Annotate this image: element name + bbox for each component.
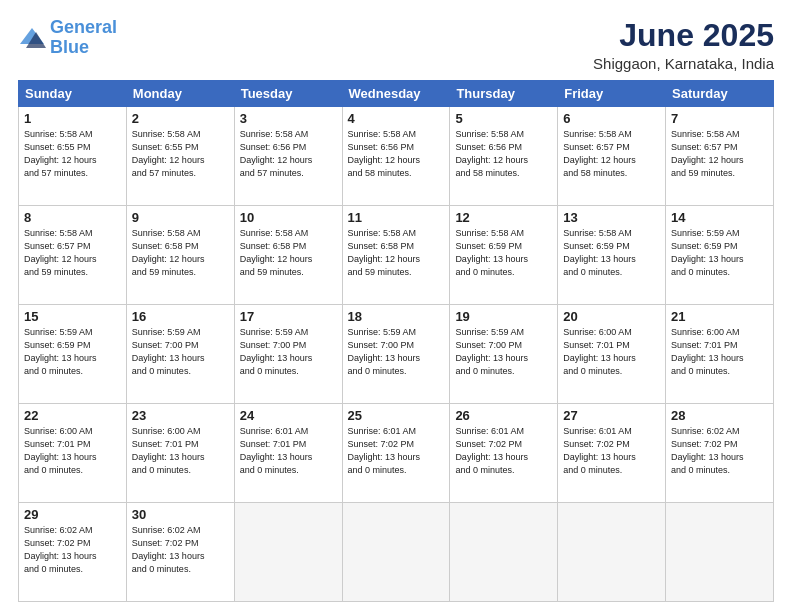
week-row-3: 15Sunrise: 5:59 AM Sunset: 6:59 PM Dayli… [19, 305, 774, 404]
week-row-5: 29Sunrise: 6:02 AM Sunset: 7:02 PM Dayli… [19, 503, 774, 602]
day-number: 5 [455, 111, 552, 126]
logo-general: General [50, 17, 117, 37]
day-number: 30 [132, 507, 229, 522]
table-row: 22Sunrise: 6:00 AM Sunset: 7:01 PM Dayli… [19, 404, 127, 503]
day-info: Sunrise: 5:58 AM Sunset: 6:58 PM Dayligh… [240, 227, 337, 279]
day-info: Sunrise: 5:58 AM Sunset: 6:57 PM Dayligh… [671, 128, 768, 180]
day-number: 23 [132, 408, 229, 423]
day-info: Sunrise: 6:01 AM Sunset: 7:02 PM Dayligh… [455, 425, 552, 477]
day-info: Sunrise: 6:01 AM Sunset: 7:02 PM Dayligh… [563, 425, 660, 477]
logo-blue: Blue [50, 38, 117, 58]
table-row: 5Sunrise: 5:58 AM Sunset: 6:56 PM Daylig… [450, 107, 558, 206]
day-number: 8 [24, 210, 121, 225]
day-number: 29 [24, 507, 121, 522]
day-info: Sunrise: 5:58 AM Sunset: 6:58 PM Dayligh… [348, 227, 445, 279]
day-number: 17 [240, 309, 337, 324]
logo-icon [18, 24, 46, 52]
day-number: 7 [671, 111, 768, 126]
table-row: 17Sunrise: 5:59 AM Sunset: 7:00 PM Dayli… [234, 305, 342, 404]
table-row: 11Sunrise: 5:58 AM Sunset: 6:58 PM Dayli… [342, 206, 450, 305]
day-info: Sunrise: 5:58 AM Sunset: 6:56 PM Dayligh… [455, 128, 552, 180]
day-number: 22 [24, 408, 121, 423]
table-row: 1Sunrise: 5:58 AM Sunset: 6:55 PM Daylig… [19, 107, 127, 206]
day-number: 24 [240, 408, 337, 423]
day-info: Sunrise: 5:59 AM Sunset: 6:59 PM Dayligh… [671, 227, 768, 279]
table-row: 29Sunrise: 6:02 AM Sunset: 7:02 PM Dayli… [19, 503, 127, 602]
day-info: Sunrise: 5:59 AM Sunset: 7:00 PM Dayligh… [132, 326, 229, 378]
day-info: Sunrise: 5:58 AM Sunset: 6:55 PM Dayligh… [24, 128, 121, 180]
day-info: Sunrise: 5:59 AM Sunset: 7:00 PM Dayligh… [348, 326, 445, 378]
day-number: 16 [132, 309, 229, 324]
day-number: 25 [348, 408, 445, 423]
table-row [234, 503, 342, 602]
table-row: 9Sunrise: 5:58 AM Sunset: 6:58 PM Daylig… [126, 206, 234, 305]
day-info: Sunrise: 6:01 AM Sunset: 7:02 PM Dayligh… [348, 425, 445, 477]
table-row: 26Sunrise: 6:01 AM Sunset: 7:02 PM Dayli… [450, 404, 558, 503]
day-info: Sunrise: 5:58 AM Sunset: 6:56 PM Dayligh… [348, 128, 445, 180]
day-number: 13 [563, 210, 660, 225]
day-info: Sunrise: 5:58 AM Sunset: 6:58 PM Dayligh… [132, 227, 229, 279]
day-number: 26 [455, 408, 552, 423]
day-info: Sunrise: 5:58 AM Sunset: 6:57 PM Dayligh… [24, 227, 121, 279]
table-row: 19Sunrise: 5:59 AM Sunset: 7:00 PM Dayli… [450, 305, 558, 404]
day-info: Sunrise: 6:00 AM Sunset: 7:01 PM Dayligh… [563, 326, 660, 378]
table-row: 10Sunrise: 5:58 AM Sunset: 6:58 PM Dayli… [234, 206, 342, 305]
col-sunday: Sunday [19, 81, 127, 107]
table-row: 4Sunrise: 5:58 AM Sunset: 6:56 PM Daylig… [342, 107, 450, 206]
table-row: 7Sunrise: 5:58 AM Sunset: 6:57 PM Daylig… [666, 107, 774, 206]
table-row [558, 503, 666, 602]
day-number: 14 [671, 210, 768, 225]
day-info: Sunrise: 5:58 AM Sunset: 6:56 PM Dayligh… [240, 128, 337, 180]
day-number: 20 [563, 309, 660, 324]
day-number: 10 [240, 210, 337, 225]
table-row [342, 503, 450, 602]
calendar: Sunday Monday Tuesday Wednesday Thursday… [18, 80, 774, 602]
day-number: 3 [240, 111, 337, 126]
col-wednesday: Wednesday [342, 81, 450, 107]
table-row: 3Sunrise: 5:58 AM Sunset: 6:56 PM Daylig… [234, 107, 342, 206]
table-row: 6Sunrise: 5:58 AM Sunset: 6:57 PM Daylig… [558, 107, 666, 206]
table-row: 23Sunrise: 6:00 AM Sunset: 7:01 PM Dayli… [126, 404, 234, 503]
table-row: 8Sunrise: 5:58 AM Sunset: 6:57 PM Daylig… [19, 206, 127, 305]
day-number: 18 [348, 309, 445, 324]
day-info: Sunrise: 6:02 AM Sunset: 7:02 PM Dayligh… [671, 425, 768, 477]
week-row-1: 1Sunrise: 5:58 AM Sunset: 6:55 PM Daylig… [19, 107, 774, 206]
day-info: Sunrise: 5:58 AM Sunset: 6:59 PM Dayligh… [455, 227, 552, 279]
day-number: 2 [132, 111, 229, 126]
page: GeneralBlue June 2025 Shiggaon, Karnatak… [0, 0, 792, 612]
week-row-4: 22Sunrise: 6:00 AM Sunset: 7:01 PM Dayli… [19, 404, 774, 503]
day-number: 19 [455, 309, 552, 324]
title-block: June 2025 Shiggaon, Karnataka, India [593, 18, 774, 72]
day-info: Sunrise: 5:58 AM Sunset: 6:59 PM Dayligh… [563, 227, 660, 279]
table-row: 14Sunrise: 5:59 AM Sunset: 6:59 PM Dayli… [666, 206, 774, 305]
day-number: 11 [348, 210, 445, 225]
month-title: June 2025 [593, 18, 774, 53]
day-number: 1 [24, 111, 121, 126]
table-row: 2Sunrise: 5:58 AM Sunset: 6:55 PM Daylig… [126, 107, 234, 206]
day-info: Sunrise: 6:00 AM Sunset: 7:01 PM Dayligh… [132, 425, 229, 477]
table-row: 20Sunrise: 6:00 AM Sunset: 7:01 PM Dayli… [558, 305, 666, 404]
table-row: 27Sunrise: 6:01 AM Sunset: 7:02 PM Dayli… [558, 404, 666, 503]
day-info: Sunrise: 6:02 AM Sunset: 7:02 PM Dayligh… [24, 524, 121, 576]
day-info: Sunrise: 5:59 AM Sunset: 7:00 PM Dayligh… [455, 326, 552, 378]
day-number: 28 [671, 408, 768, 423]
day-info: Sunrise: 5:59 AM Sunset: 6:59 PM Dayligh… [24, 326, 121, 378]
header-row: Sunday Monday Tuesday Wednesday Thursday… [19, 81, 774, 107]
day-info: Sunrise: 6:00 AM Sunset: 7:01 PM Dayligh… [671, 326, 768, 378]
day-info: Sunrise: 6:01 AM Sunset: 7:01 PM Dayligh… [240, 425, 337, 477]
table-row: 24Sunrise: 6:01 AM Sunset: 7:01 PM Dayli… [234, 404, 342, 503]
table-row: 30Sunrise: 6:02 AM Sunset: 7:02 PM Dayli… [126, 503, 234, 602]
day-info: Sunrise: 5:58 AM Sunset: 6:57 PM Dayligh… [563, 128, 660, 180]
table-row: 21Sunrise: 6:00 AM Sunset: 7:01 PM Dayli… [666, 305, 774, 404]
location: Shiggaon, Karnataka, India [593, 55, 774, 72]
logo-text: GeneralBlue [50, 18, 117, 58]
day-number: 12 [455, 210, 552, 225]
table-row: 28Sunrise: 6:02 AM Sunset: 7:02 PM Dayli… [666, 404, 774, 503]
col-saturday: Saturday [666, 81, 774, 107]
day-info: Sunrise: 6:02 AM Sunset: 7:02 PM Dayligh… [132, 524, 229, 576]
day-number: 4 [348, 111, 445, 126]
table-row [450, 503, 558, 602]
col-tuesday: Tuesday [234, 81, 342, 107]
week-row-2: 8Sunrise: 5:58 AM Sunset: 6:57 PM Daylig… [19, 206, 774, 305]
table-row [666, 503, 774, 602]
